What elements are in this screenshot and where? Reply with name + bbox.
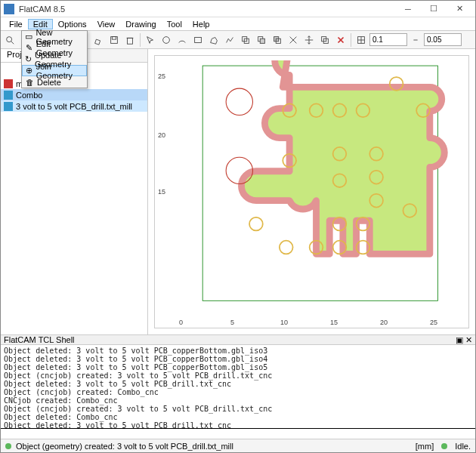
rect-icon[interactable] xyxy=(190,32,206,48)
edit-dropdown: ▭New Geometry ✎Edit Geometry ↻Update Geo… xyxy=(21,30,88,88)
status-units: [mm] xyxy=(416,442,434,451)
cut-icon[interactable] xyxy=(286,32,301,48)
grid-icon[interactable] xyxy=(354,32,369,48)
status-idle: Idle. xyxy=(455,442,471,451)
status-message: Object (geometry) created: 3 volt to 5 v… xyxy=(16,442,233,451)
join-icon: ⊕ xyxy=(25,66,33,76)
gerber-icon xyxy=(4,79,13,88)
item-label: 3 volt to 5 volt PCB_drill.txt_mill xyxy=(16,102,132,111)
menu-drawing[interactable]: Drawing xyxy=(120,19,161,29)
savegeo-icon[interactable] xyxy=(107,32,122,48)
svg-rect-8 xyxy=(128,38,133,44)
canvas-wrap: 25 20 15 0 5 10 15 20 25 xyxy=(148,49,475,334)
page-icon: ▭ xyxy=(25,32,32,42)
copy-icon[interactable] xyxy=(317,32,332,48)
menu-help[interactable]: Help xyxy=(187,19,215,29)
svg-point-44 xyxy=(249,217,263,231)
pcb-plot xyxy=(168,60,464,314)
menu-tool[interactable]: Tool xyxy=(162,19,187,29)
list-item[interactable]: 3 volt to 5 volt PCB_drill.txt_mill xyxy=(1,100,147,112)
maximize-button[interactable]: ☐ xyxy=(421,2,447,17)
refresh-icon: ↻ xyxy=(25,55,32,64)
item-label: Combo xyxy=(16,91,42,100)
pencil-icon: ✎ xyxy=(25,44,33,53)
status-dot-icon xyxy=(5,443,11,449)
x-tick: 0 xyxy=(179,319,183,326)
geo-icon xyxy=(4,102,13,111)
intersect-icon[interactable] xyxy=(254,32,269,48)
dd-join-geometry[interactable]: ⊕Join Geometry xyxy=(22,65,87,76)
close-button[interactable]: ✕ xyxy=(447,2,472,17)
zoom-icon[interactable] xyxy=(2,32,17,48)
grid-x-input[interactable] xyxy=(369,33,407,46)
plot-canvas[interactable]: 25 20 15 0 5 10 15 20 25 xyxy=(154,55,469,328)
svg-point-10 xyxy=(163,36,170,43)
svg-rect-11 xyxy=(195,37,202,42)
menu-view[interactable]: View xyxy=(92,19,121,29)
project-list[interactable]: m.gbl Combo 3 volt to 5 volt PCB_drill.t… xyxy=(1,63,147,334)
window-title: FlatCAM 8.5 xyxy=(19,5,395,14)
svg-point-43 xyxy=(280,241,293,254)
idle-dot-icon xyxy=(441,443,447,449)
y-tick: 25 xyxy=(158,72,165,80)
dd-label: Delete xyxy=(37,78,61,87)
x-tick: 20 xyxy=(380,319,388,326)
svg-line-1 xyxy=(11,41,14,44)
delete-icon[interactable] xyxy=(122,32,138,48)
circle-icon[interactable] xyxy=(159,32,174,48)
shell-header: FlatCAM TCL Shell ▣ ✕ xyxy=(1,334,475,345)
shell-input[interactable] xyxy=(1,428,475,439)
minimize-button[interactable]: ─ xyxy=(395,2,421,17)
trash-icon: 🗑 xyxy=(25,78,34,87)
shell-output[interactable]: Object deleted: 3 volt to 5 volt PCB_cop… xyxy=(1,345,475,428)
svg-rect-15 xyxy=(260,39,264,43)
y-tick: 20 xyxy=(158,131,165,139)
x-tick: 5 xyxy=(230,319,234,326)
editgeo-icon[interactable] xyxy=(91,32,106,48)
sidebar: Project ool m.gbl Combo 3 volt to 5 volt… xyxy=(1,49,148,334)
arc-icon[interactable] xyxy=(175,32,190,48)
statusbar: Object (geometry) created: 3 volt to 5 v… xyxy=(1,439,475,452)
union-icon[interactable] xyxy=(238,32,253,48)
menu-file[interactable]: File xyxy=(4,19,28,29)
y-tick: 15 xyxy=(158,188,165,196)
titlebar: FlatCAM 8.5 ─ ☐ ✕ xyxy=(1,1,475,17)
x-tick: 15 xyxy=(330,319,338,326)
x-tick: 25 xyxy=(430,319,437,326)
gridlink-icon[interactable] xyxy=(408,32,423,48)
main-area: Project ool m.gbl Combo 3 volt to 5 volt… xyxy=(1,49,475,334)
list-item[interactable]: Combo xyxy=(1,89,147,100)
grid-y-input[interactable] xyxy=(424,33,462,46)
poly-icon[interactable] xyxy=(206,32,221,48)
path-icon[interactable] xyxy=(222,32,237,48)
move-icon[interactable] xyxy=(301,32,317,48)
x-tick: 10 xyxy=(280,319,288,326)
shell-dock-icons[interactable]: ▣ ✕ xyxy=(456,335,472,345)
arrow-icon[interactable] xyxy=(143,32,158,48)
geo-icon xyxy=(4,91,13,100)
shell-title: FlatCAM TCL Shell xyxy=(4,335,75,344)
svg-point-46 xyxy=(226,88,252,115)
svg-rect-7 xyxy=(112,36,116,39)
subtract-icon[interactable] xyxy=(270,32,285,48)
delete2-icon[interactable] xyxy=(333,32,348,48)
svg-point-0 xyxy=(7,36,12,42)
app-icon xyxy=(4,4,14,14)
